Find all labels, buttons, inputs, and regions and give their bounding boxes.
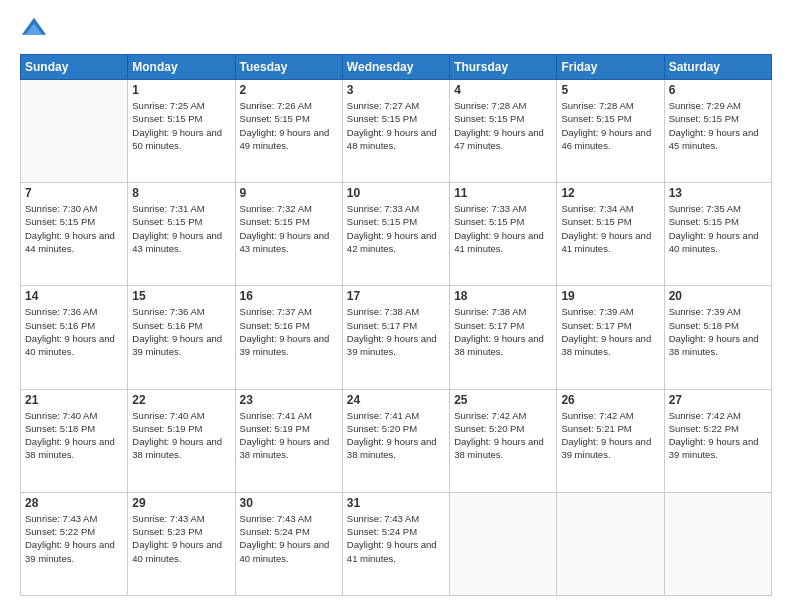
cell-info: Sunrise: 7:34 AMSunset: 5:15 PMDaylight:… [561,202,659,255]
cell-info: Sunrise: 7:43 AMSunset: 5:24 PMDaylight:… [347,512,445,565]
cell-info: Sunrise: 7:37 AMSunset: 5:16 PMDaylight:… [240,305,338,358]
calendar-cell: 6Sunrise: 7:29 AMSunset: 5:15 PMDaylight… [664,80,771,183]
cell-info: Sunrise: 7:36 AMSunset: 5:16 PMDaylight:… [25,305,123,358]
calendar-cell [557,492,664,595]
day-number: 10 [347,186,445,200]
day-number: 16 [240,289,338,303]
page: SundayMondayTuesdayWednesdayThursdayFrid… [0,0,792,612]
calendar-header-day: Friday [557,55,664,80]
calendar-cell: 7Sunrise: 7:30 AMSunset: 5:15 PMDaylight… [21,183,128,286]
cell-info: Sunrise: 7:41 AMSunset: 5:19 PMDaylight:… [240,409,338,462]
day-number: 28 [25,496,123,510]
day-number: 2 [240,83,338,97]
cell-info: Sunrise: 7:40 AMSunset: 5:18 PMDaylight:… [25,409,123,462]
calendar-cell: 16Sunrise: 7:37 AMSunset: 5:16 PMDayligh… [235,286,342,389]
logo-icon [20,16,48,44]
day-number: 23 [240,393,338,407]
calendar-cell: 10Sunrise: 7:33 AMSunset: 5:15 PMDayligh… [342,183,449,286]
calendar-cell: 9Sunrise: 7:32 AMSunset: 5:15 PMDaylight… [235,183,342,286]
calendar-cell: 30Sunrise: 7:43 AMSunset: 5:24 PMDayligh… [235,492,342,595]
cell-info: Sunrise: 7:38 AMSunset: 5:17 PMDaylight:… [347,305,445,358]
calendar-header-day: Tuesday [235,55,342,80]
calendar-week-row: 1Sunrise: 7:25 AMSunset: 5:15 PMDaylight… [21,80,772,183]
calendar-cell: 14Sunrise: 7:36 AMSunset: 5:16 PMDayligh… [21,286,128,389]
day-number: 5 [561,83,659,97]
cell-info: Sunrise: 7:30 AMSunset: 5:15 PMDaylight:… [25,202,123,255]
calendar-cell: 18Sunrise: 7:38 AMSunset: 5:17 PMDayligh… [450,286,557,389]
day-number: 21 [25,393,123,407]
day-number: 11 [454,186,552,200]
calendar-cell: 28Sunrise: 7:43 AMSunset: 5:22 PMDayligh… [21,492,128,595]
day-number: 15 [132,289,230,303]
calendar-cell: 19Sunrise: 7:39 AMSunset: 5:17 PMDayligh… [557,286,664,389]
day-number: 1 [132,83,230,97]
calendar-week-row: 28Sunrise: 7:43 AMSunset: 5:22 PMDayligh… [21,492,772,595]
calendar-cell: 17Sunrise: 7:38 AMSunset: 5:17 PMDayligh… [342,286,449,389]
cell-info: Sunrise: 7:28 AMSunset: 5:15 PMDaylight:… [561,99,659,152]
cell-info: Sunrise: 7:27 AMSunset: 5:15 PMDaylight:… [347,99,445,152]
calendar-cell: 3Sunrise: 7:27 AMSunset: 5:15 PMDaylight… [342,80,449,183]
calendar-cell [21,80,128,183]
cell-info: Sunrise: 7:33 AMSunset: 5:15 PMDaylight:… [347,202,445,255]
logo [20,16,52,44]
calendar-week-row: 21Sunrise: 7:40 AMSunset: 5:18 PMDayligh… [21,389,772,492]
calendar-header-day: Wednesday [342,55,449,80]
day-number: 17 [347,289,445,303]
cell-info: Sunrise: 7:35 AMSunset: 5:15 PMDaylight:… [669,202,767,255]
cell-info: Sunrise: 7:40 AMSunset: 5:19 PMDaylight:… [132,409,230,462]
day-number: 27 [669,393,767,407]
day-number: 18 [454,289,552,303]
cell-info: Sunrise: 7:42 AMSunset: 5:22 PMDaylight:… [669,409,767,462]
calendar-header-day: Monday [128,55,235,80]
calendar-cell: 24Sunrise: 7:41 AMSunset: 5:20 PMDayligh… [342,389,449,492]
calendar-cell: 12Sunrise: 7:34 AMSunset: 5:15 PMDayligh… [557,183,664,286]
calendar-cell: 26Sunrise: 7:42 AMSunset: 5:21 PMDayligh… [557,389,664,492]
cell-info: Sunrise: 7:29 AMSunset: 5:15 PMDaylight:… [669,99,767,152]
cell-info: Sunrise: 7:43 AMSunset: 5:22 PMDaylight:… [25,512,123,565]
calendar-cell: 1Sunrise: 7:25 AMSunset: 5:15 PMDaylight… [128,80,235,183]
calendar-cell: 25Sunrise: 7:42 AMSunset: 5:20 PMDayligh… [450,389,557,492]
calendar-cell: 20Sunrise: 7:39 AMSunset: 5:18 PMDayligh… [664,286,771,389]
calendar-table: SundayMondayTuesdayWednesdayThursdayFrid… [20,54,772,596]
calendar-cell: 11Sunrise: 7:33 AMSunset: 5:15 PMDayligh… [450,183,557,286]
cell-info: Sunrise: 7:32 AMSunset: 5:15 PMDaylight:… [240,202,338,255]
cell-info: Sunrise: 7:42 AMSunset: 5:21 PMDaylight:… [561,409,659,462]
cell-info: Sunrise: 7:36 AMSunset: 5:16 PMDaylight:… [132,305,230,358]
calendar-cell: 8Sunrise: 7:31 AMSunset: 5:15 PMDaylight… [128,183,235,286]
calendar-header-day: Saturday [664,55,771,80]
calendar-cell: 23Sunrise: 7:41 AMSunset: 5:19 PMDayligh… [235,389,342,492]
cell-info: Sunrise: 7:25 AMSunset: 5:15 PMDaylight:… [132,99,230,152]
day-number: 29 [132,496,230,510]
day-number: 14 [25,289,123,303]
day-number: 8 [132,186,230,200]
day-number: 6 [669,83,767,97]
calendar-cell: 2Sunrise: 7:26 AMSunset: 5:15 PMDaylight… [235,80,342,183]
calendar-cell: 4Sunrise: 7:28 AMSunset: 5:15 PMDaylight… [450,80,557,183]
calendar-cell: 15Sunrise: 7:36 AMSunset: 5:16 PMDayligh… [128,286,235,389]
day-number: 26 [561,393,659,407]
day-number: 13 [669,186,767,200]
calendar-header-day: Thursday [450,55,557,80]
calendar-cell: 21Sunrise: 7:40 AMSunset: 5:18 PMDayligh… [21,389,128,492]
cell-info: Sunrise: 7:38 AMSunset: 5:17 PMDaylight:… [454,305,552,358]
day-number: 12 [561,186,659,200]
cell-info: Sunrise: 7:43 AMSunset: 5:23 PMDaylight:… [132,512,230,565]
calendar-header-row: SundayMondayTuesdayWednesdayThursdayFrid… [21,55,772,80]
cell-info: Sunrise: 7:41 AMSunset: 5:20 PMDaylight:… [347,409,445,462]
calendar-cell [664,492,771,595]
day-number: 31 [347,496,445,510]
calendar-cell: 27Sunrise: 7:42 AMSunset: 5:22 PMDayligh… [664,389,771,492]
header [20,16,772,44]
day-number: 4 [454,83,552,97]
calendar-week-row: 14Sunrise: 7:36 AMSunset: 5:16 PMDayligh… [21,286,772,389]
calendar-header-day: Sunday [21,55,128,80]
calendar-cell: 29Sunrise: 7:43 AMSunset: 5:23 PMDayligh… [128,492,235,595]
calendar-cell: 22Sunrise: 7:40 AMSunset: 5:19 PMDayligh… [128,389,235,492]
day-number: 30 [240,496,338,510]
cell-info: Sunrise: 7:42 AMSunset: 5:20 PMDaylight:… [454,409,552,462]
day-number: 3 [347,83,445,97]
cell-info: Sunrise: 7:33 AMSunset: 5:15 PMDaylight:… [454,202,552,255]
cell-info: Sunrise: 7:39 AMSunset: 5:17 PMDaylight:… [561,305,659,358]
day-number: 7 [25,186,123,200]
day-number: 22 [132,393,230,407]
